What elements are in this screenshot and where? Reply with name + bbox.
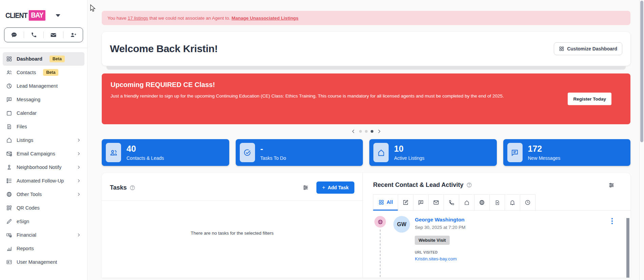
id-card-icon — [6, 259, 12, 265]
quick-call-button[interactable] — [24, 28, 43, 42]
activity-feed-scrollbar[interactable] — [626, 218, 629, 278]
add-task-label: Add Task — [328, 185, 349, 190]
entry-kebab-menu-icon[interactable] — [610, 217, 614, 225]
alert-count-link[interactable]: 17 listings — [128, 16, 148, 21]
register-today-button[interactable]: Register Today — [568, 93, 611, 105]
quick-chat-button[interactable] — [4, 28, 24, 42]
tab-website[interactable] — [474, 194, 490, 211]
sidebar-item-qr-codes[interactable]: QR Codes — [3, 201, 84, 215]
tab-messages[interactable] — [413, 194, 429, 211]
tab-all-label: All — [387, 199, 393, 205]
envelope-check-icon — [6, 151, 12, 157]
page-scrollbar[interactable] — [639, 0, 644, 280]
chevron-right-icon — [76, 178, 81, 183]
unassociated-listings-alert: You have 17 listings that we could not a… — [102, 11, 630, 25]
sidebar-item-email-campaigns[interactable]: Email Campaigns — [3, 147, 84, 160]
stat-card-tasks-to-do[interactable]: - Tasks To Do — [236, 139, 363, 166]
alert-text-middle: that we could not associate an Agent to. — [149, 16, 230, 21]
brand-logo[interactable]: CLIENT BAY — [0, 0, 87, 21]
sidebar-item-files[interactable]: Files — [3, 120, 84, 133]
message-icon — [507, 143, 523, 162]
sidebar-item-contacts[interactable]: Contacts Beta — [3, 66, 84, 79]
banknote-icon — [6, 232, 12, 238]
avatar[interactable]: GW — [393, 216, 410, 233]
dashboard-grid-icon — [6, 56, 12, 62]
activity-entry: GW George Washington Sep 30, 2025 at 7:2… — [373, 216, 630, 270]
tab-files[interactable] — [489, 194, 505, 211]
tab-notifications[interactable] — [505, 194, 520, 211]
carousel-next-icon[interactable] — [376, 129, 382, 134]
carousel-dot-1[interactable] — [359, 130, 362, 133]
carousel-dot-2[interactable] — [365, 130, 368, 133]
help-icon[interactable] — [466, 182, 472, 188]
stat-label: Contacts & Leads — [126, 155, 164, 161]
chevron-right-icon — [76, 138, 81, 143]
stat-card-new-messages[interactable]: 172 New Messages — [503, 139, 631, 166]
sidebar-item-other-tools[interactable]: Other Tools — [3, 188, 84, 201]
sidebar-item-label: Dashboard — [17, 56, 42, 62]
stat-card-active-listings[interactable]: 10 Active Listings — [369, 139, 497, 166]
manage-unassociated-listings-link[interactable]: Manage Unassociated Listings — [232, 16, 298, 21]
carousel-prev-icon[interactable] — [351, 129, 356, 134]
tasks-title: Tasks — [110, 184, 127, 191]
brand-name-accent: BAY — [29, 10, 45, 21]
phone-icon — [449, 200, 454, 206]
sidebar-item-user-management[interactable]: User Management — [3, 255, 84, 269]
tab-calls[interactable] — [444, 194, 459, 211]
tab-all[interactable]: All — [373, 194, 398, 211]
contact-name-link[interactable]: George Washington — [415, 217, 465, 223]
phone-icon — [31, 32, 37, 38]
stat-card-contacts-leads[interactable]: 40 Contacts & Leads — [102, 139, 229, 166]
calendar-icon — [6, 110, 12, 116]
tasks-panel: Tasks + Add Task There are no tasks for … — [102, 173, 363, 278]
activity-timestamp: Sep 30, 2025 at 7:20 PM — [415, 225, 465, 230]
speech-bubble-icon — [6, 96, 12, 103]
tab-email[interactable] — [428, 194, 444, 211]
tab-listings[interactable] — [459, 194, 474, 211]
envelope-icon — [433, 199, 439, 206]
brand-dropdown-caret-icon[interactable] — [56, 14, 60, 17]
quick-add-contact-button[interactable] — [63, 28, 83, 42]
sidebar-item-automated-follow-up[interactable]: Automated Follow-Up — [3, 174, 84, 188]
quick-email-button[interactable] — [44, 28, 63, 42]
sidebar-item-listings[interactable]: Listings — [3, 133, 84, 147]
chat-icon — [11, 32, 17, 38]
tasks-filter-icon[interactable] — [302, 184, 309, 191]
pie-chart-icon — [6, 83, 12, 89]
ce-class-banner: Upcoming REQUIRED CE Class! Just a frien… — [102, 73, 630, 124]
grid-icon — [378, 199, 384, 205]
sidebar-item-neighborhood-notify[interactable]: Neighborhood Notify — [3, 160, 84, 174]
activity-panel: Recent Contact & Lead Activity All — [363, 173, 630, 278]
sidebar-item-financial[interactable]: Financial — [3, 228, 84, 242]
tab-notes[interactable] — [398, 194, 413, 211]
visited-url-link[interactable]: Kristin.sites-bay.com — [415, 256, 465, 261]
qr-code-icon — [6, 205, 12, 211]
sidebar-item-label: Listings — [17, 137, 33, 143]
help-icon[interactable] — [130, 185, 135, 191]
customize-dashboard-label: Customize Dashboard — [567, 46, 617, 51]
carousel-dot-3-active[interactable] — [371, 130, 373, 133]
sidebar-item-reports[interactable]: Reports — [3, 242, 84, 255]
document-icon — [6, 124, 12, 130]
people-icon — [6, 69, 12, 76]
sidebar-item-label: Files — [17, 124, 27, 129]
sidebar-item-esign[interactable]: eSign — [3, 215, 84, 228]
sidebar-item-messaging[interactable]: Messaging — [3, 93, 84, 106]
sidebar-item-lead-management[interactable]: Lead Management — [3, 79, 84, 93]
sidebar-nav: Dashboard Beta Contacts Beta Lead Manage… — [0, 48, 87, 269]
sidebar-item-calendar[interactable]: Calendar — [3, 106, 84, 120]
website-visit-globe-icon — [374, 216, 386, 228]
page-scrollbar-thumb[interactable] — [640, 1, 643, 142]
sidebar-item-label: Contacts — [17, 70, 36, 75]
sidebar-item-label: Reports — [17, 246, 34, 251]
sidebar-item-label: Messaging — [17, 97, 40, 102]
add-task-button[interactable]: + Add Task — [316, 181, 354, 194]
sidebar-item-dashboard[interactable]: Dashboard Beta — [3, 52, 84, 66]
customize-dashboard-button[interactable]: Customize Dashboard — [554, 42, 622, 55]
sidebar: CLIENT BAY — [0, 0, 87, 280]
activity-filter-icon[interactable] — [608, 182, 615, 189]
dashboard-lower-panel: Tasks + Add Task There are no tasks for … — [102, 173, 630, 278]
tab-history[interactable] — [520, 194, 535, 211]
note-edit-icon — [403, 199, 409, 206]
sidebar-item-label: Financial — [17, 232, 36, 238]
